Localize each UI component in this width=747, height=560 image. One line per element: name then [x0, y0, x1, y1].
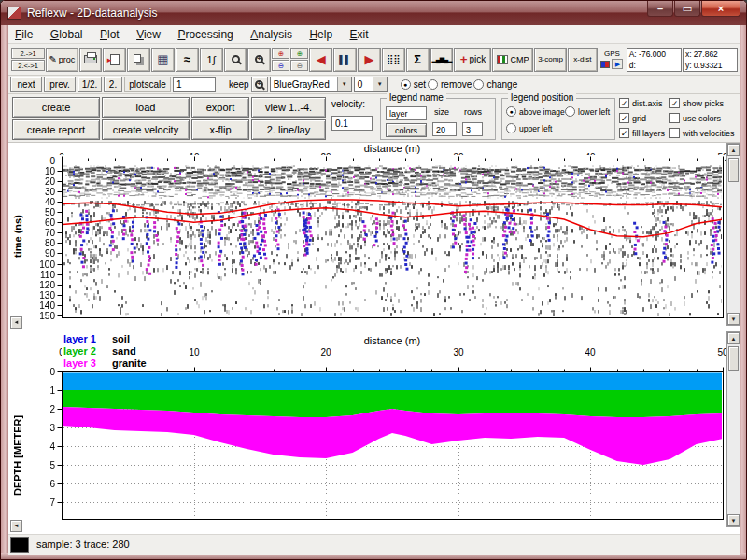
- fill-layers-checkbox[interactable]: ✓fill layers: [619, 128, 665, 138]
- point-mode-button[interactable]: ⣿⣿: [382, 48, 405, 72]
- export-file-button[interactable]: [103, 48, 126, 72]
- zoom-button[interactable]: [224, 48, 247, 72]
- pick-button[interactable]: +pick: [454, 48, 491, 72]
- hscroll-left-button-lower[interactable]: ◄: [10, 520, 22, 532]
- layer-name-field[interactable]: layer: [386, 106, 427, 120]
- layer-number-select[interactable]: 0▼: [354, 77, 388, 92]
- checkbox-icon: ✓: [619, 113, 629, 123]
- gps-start-button[interactable]: ▶: [612, 59, 623, 69]
- rows-input[interactable]: [462, 122, 483, 136]
- export-button[interactable]: export: [191, 97, 249, 118]
- scroll-thumb[interactable]: [728, 158, 739, 182]
- y-tick-label: 150: [33, 311, 55, 321]
- radargram-canvas[interactable]: [56, 155, 725, 323]
- depth-section-canvas[interactable]: [56, 366, 725, 525]
- window-controls: – ▭ ×: [646, 1, 740, 17]
- next-button[interactable]: next: [10, 77, 42, 92]
- double-plotscale-button[interactable]: 2.: [104, 77, 122, 92]
- prev-button[interactable]: prev.: [44, 77, 76, 92]
- upper-distance-axis-label: distance (m): [336, 143, 448, 154]
- scroll-down-button[interactable]: ▼: [727, 313, 740, 325]
- rows-label: rows: [464, 107, 482, 117]
- menu-view[interactable]: View: [130, 25, 167, 41]
- three-component-button[interactable]: 3-comp: [534, 48, 566, 72]
- menu-help[interactable]: Help: [303, 25, 339, 41]
- load-button[interactable]: load: [102, 97, 190, 118]
- use-colors-checkbox[interactable]: use colors: [669, 113, 721, 123]
- pick-mode-set-radio[interactable]: ●set: [401, 79, 426, 90]
- minimize-button[interactable]: –: [647, 1, 673, 17]
- grid-checkbox[interactable]: ✓grid: [619, 113, 646, 123]
- maximize-button[interactable]: ▭: [674, 1, 700, 17]
- menu-file[interactable]: File: [8, 25, 39, 41]
- proc-button[interactable]: ✎proc: [46, 48, 78, 72]
- scroll-down-button[interactable]: ▼: [727, 514, 740, 526]
- copy-button[interactable]: [127, 48, 150, 72]
- menu-exit[interactable]: Exit: [344, 25, 375, 41]
- scroll-up-button[interactable]: ▲: [727, 332, 740, 344]
- legend-name-group: legend name layer colors size rows: [380, 98, 496, 140]
- convert-2-swap-1-button[interactable]: 2.<->1: [11, 60, 45, 71]
- menu-analysis[interactable]: Analysis: [244, 25, 299, 41]
- sum-traces-button[interactable]: Σ: [406, 48, 430, 72]
- dropdown-arrow-icon[interactable]: ▼: [337, 77, 351, 91]
- previous-file-button[interactable]: ◀: [309, 48, 332, 72]
- lower-left-label: lower left: [578, 107, 610, 117]
- line-lay-button[interactable]: 2. line/lay: [251, 119, 326, 140]
- radargram-vscrollbar[interactable]: ▲ ▼: [726, 143, 740, 326]
- palette-select[interactable]: BlueGrayRed▼: [270, 77, 352, 92]
- plotscale-input[interactable]: [173, 77, 216, 92]
- wiggle-mode-button[interactable]: ≈: [176, 48, 199, 72]
- y-tick-label: 1: [33, 385, 55, 396]
- legend-material: soil: [112, 333, 130, 345]
- position-lower-left-radio[interactable]: lower left: [565, 106, 610, 117]
- menu-processing[interactable]: Processing: [171, 25, 239, 41]
- table-button[interactable]: ▦: [151, 48, 175, 72]
- pick-mode-remove-radio[interactable]: remove: [428, 79, 472, 90]
- depth-vscrollbar[interactable]: ▲ ▼: [726, 331, 740, 527]
- show-picks-checkbox[interactable]: ✓show picks: [669, 98, 724, 108]
- scale-down-button[interactable]: ⊖: [290, 60, 308, 71]
- cmp-button[interactable]: CMP: [492, 48, 533, 72]
- scale-up-button[interactable]: ⊕: [290, 48, 308, 59]
- create-velocity-button[interactable]: create velocity: [102, 119, 190, 140]
- view-button[interactable]: view 1..-4.: [251, 97, 326, 118]
- next-file-button[interactable]: ▶: [358, 48, 381, 72]
- size-input[interactable]: [432, 122, 457, 136]
- radio-icon: [473, 79, 484, 90]
- upper-left-label: upper left: [519, 124, 552, 133]
- close-button[interactable]: ×: [701, 1, 740, 17]
- half-plotscale-button[interactable]: 1/2.: [78, 77, 102, 92]
- scroll-up-button[interactable]: ▲: [727, 144, 740, 156]
- scroll-thumb[interactable]: [728, 346, 739, 371]
- title-bar[interactable]: Reflexw - 2D-dataanalysis – ▭ ×: [1, 1, 747, 25]
- dropdown-arrow-icon[interactable]: ▼: [373, 77, 387, 91]
- colors-button[interactable]: colors: [386, 123, 427, 137]
- spectrum-button[interactable]: ▂▄▆▄▂: [430, 48, 454, 72]
- create-report-button[interactable]: create report: [12, 119, 100, 140]
- with-velocities-checkbox[interactable]: with velocities: [669, 128, 735, 138]
- position-upper-left-radio[interactable]: upper left: [506, 123, 552, 133]
- velocity-input[interactable]: [331, 116, 373, 131]
- x-distance-button[interactable]: x-dist: [568, 48, 598, 72]
- print-button[interactable]: [79, 48, 103, 72]
- menu-plot[interactable]: Plot: [93, 25, 126, 41]
- position-above-image-radio[interactable]: ●above image: [506, 106, 565, 117]
- zoom-window-button[interactable]: [247, 48, 271, 72]
- pick-mode-change-radio[interactable]: change: [473, 79, 517, 90]
- zoom-out-button[interactable]: ⊖: [272, 60, 289, 71]
- gps-label: GPS: [604, 49, 620, 58]
- pause-button[interactable]: ▌▌: [333, 48, 357, 72]
- color-swatch: [10, 537, 29, 553]
- radio-icon: [506, 123, 516, 133]
- menu-global[interactable]: Global: [44, 25, 90, 41]
- keep-zoom-button[interactable]: [251, 77, 268, 92]
- create-button[interactable]: create: [12, 97, 100, 118]
- single-trace-button[interactable]: 1∫: [200, 48, 223, 72]
- convert-2-to-1-button[interactable]: 2.->1: [11, 48, 45, 59]
- legend-row: layer 2sand: [63, 345, 147, 357]
- zoom-in-button[interactable]: ⊕: [272, 48, 289, 59]
- hscroll-left-button[interactable]: ◄: [10, 316, 22, 329]
- dist-axis-checkbox[interactable]: ✓dist.axis: [619, 98, 663, 108]
- x-flip-button[interactable]: x-flip: [191, 119, 249, 140]
